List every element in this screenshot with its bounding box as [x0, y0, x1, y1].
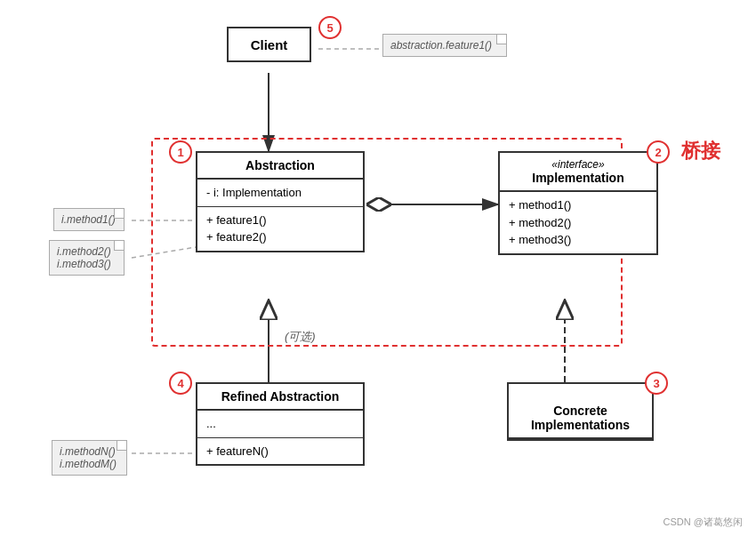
refined-abstraction-box: Refined Abstraction ... + featureN() — [196, 382, 365, 466]
implementation-box: «interface» Implementation + method1() +… — [498, 151, 658, 255]
implementation-method-3: + method3() — [509, 231, 647, 249]
note-methodN-M-text: i.methodN() i.methodM() — [60, 445, 117, 470]
badge-5: 5 — [318, 16, 342, 39]
refined-abstraction-methods: + featureN() — [197, 438, 363, 465]
diagram-container: 桥接 Client abstraction.feature1() Abstrac… — [0, 0, 756, 536]
implementation-methods: + method1() + method2() + method3() — [500, 192, 656, 253]
watermark: CSDN @诸葛悠闲 — [664, 516, 743, 529]
refined-abstraction-field-1: ... — [206, 415, 354, 433]
badge-4: 4 — [169, 372, 192, 395]
client-label: Client — [251, 37, 288, 52]
abstraction-method-2: + feature2() — [206, 228, 354, 246]
note-abstraction-feature-text: abstraction.feature1() — [390, 39, 492, 52]
abstraction-fields: - i: Implementation — [197, 180, 363, 207]
badge-3: 3 — [645, 372, 668, 395]
optional-label: (可选) — [285, 329, 316, 345]
badge-2: 2 — [647, 140, 670, 164]
note-abstraction-feature: abstraction.feature1() — [382, 34, 507, 57]
concrete-impl-title-text: Concrete Implementations — [531, 404, 630, 432]
implementation-method-2: + method2() — [509, 214, 647, 232]
client-box: Client — [227, 27, 311, 62]
note-method1: i.method1() — [53, 208, 125, 231]
refined-abstraction-method-1: + featureN() — [206, 443, 354, 460]
note-method1-text: i.method1() — [61, 213, 116, 226]
implementation-title: «interface» Implementation — [500, 153, 656, 192]
badge-1: 1 — [169, 140, 192, 164]
note-method2-3: i.method2() i.method3() — [49, 240, 125, 276]
implementation-method-1: + method1() — [509, 196, 647, 214]
refined-abstraction-title: Refined Abstraction — [197, 384, 363, 411]
bridge-title: 桥接 — [681, 138, 720, 164]
abstraction-methods: + feature1() + feature2() — [197, 207, 363, 251]
implementation-title-text: Implementation — [532, 171, 623, 185]
refined-abstraction-fields: ... — [197, 411, 363, 438]
implementation-stereotype: «interface» — [509, 158, 647, 171]
concrete-impl-title: Concrete Implementations — [509, 384, 652, 439]
abstraction-title: Abstraction — [197, 153, 363, 180]
note-methodN-M: i.methodN() i.methodM() — [52, 440, 127, 476]
abstraction-method-1: + feature1() — [206, 212, 354, 229]
abstraction-field-1: - i: Implementation — [206, 184, 354, 202]
note-method2-3-text: i.method2() i.method3() — [57, 245, 111, 270]
concrete-impl-box: Concrete Implementations — [507, 382, 654, 441]
abstraction-box: Abstraction - i: Implementation + featur… — [196, 151, 365, 252]
